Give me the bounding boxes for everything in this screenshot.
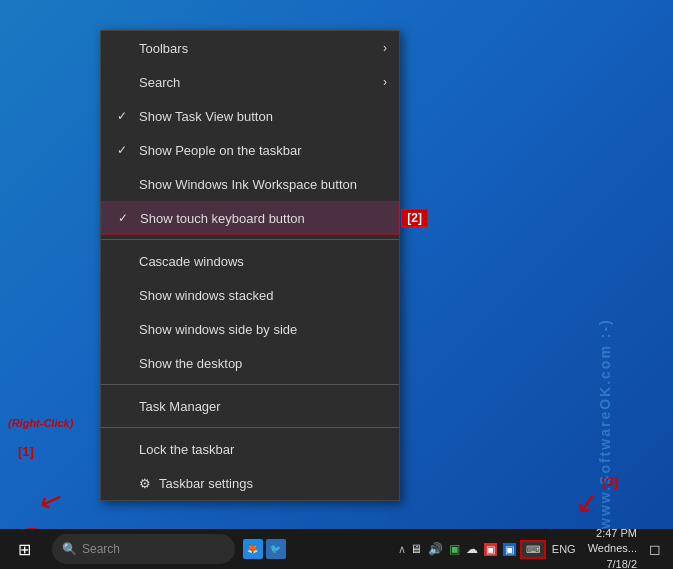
taskbar-search[interactable]: 🔍 Search xyxy=(52,534,235,564)
touch-keyboard-button[interactable]: ⌨ xyxy=(520,540,546,559)
menu-item-lock-taskbar[interactable]: Lock the taskbar xyxy=(101,432,399,466)
context-menu: Toolbars›Search›✓Show Task View button✓S… xyxy=(100,30,400,501)
arrow-right-icon: ↙ xyxy=(572,484,600,520)
menu-item-label: Search xyxy=(139,75,383,90)
clock-time: 2:47 PM xyxy=(596,526,637,541)
menu-item-task-manager[interactable]: Task Manager xyxy=(101,389,399,423)
cloud-icon[interactable]: ☁ xyxy=(466,542,478,556)
desktop: www.SoftwareOK.com :-) Toolbars›Search›✓… xyxy=(0,0,673,569)
badge-label-2: [2] xyxy=(401,209,428,227)
menu-item-show-side[interactable]: Show windows side by side xyxy=(101,312,399,346)
menu-separator xyxy=(101,427,399,428)
menu-item-cascade[interactable]: Cascade windows xyxy=(101,244,399,278)
menu-item-search[interactable]: Search› xyxy=(101,65,399,99)
menu-item-taskbar-settings[interactable]: ⚙Taskbar settings xyxy=(101,466,399,500)
menu-separator xyxy=(101,384,399,385)
menu-item-label: Lock the taskbar xyxy=(139,442,383,457)
checkmark-icon: ✓ xyxy=(118,211,136,225)
menu-item-label: Task Manager xyxy=(139,399,383,414)
menu-item-show-stacked[interactable]: Show windows stacked xyxy=(101,278,399,312)
clock-date: Wednes... xyxy=(588,541,637,556)
battery-icon[interactable]: ▣ xyxy=(449,542,460,556)
volume-icon[interactable]: 🔊 xyxy=(428,542,443,556)
tray-icon-3[interactable]: ▣ xyxy=(503,543,516,556)
gear-icon: ⚙ xyxy=(139,476,151,491)
network-icon[interactable]: 🖥 xyxy=(410,542,422,556)
system-tray-icons: 🖥 🔊 ▣ ☁ ▣ ▣ xyxy=(410,542,516,556)
annotation-label-3: [3] xyxy=(602,474,618,489)
menu-item-label: Show the desktop xyxy=(139,356,383,371)
submenu-arrow-icon: › xyxy=(383,41,387,55)
action-center-button[interactable]: ◻ xyxy=(645,529,665,569)
menu-item-label: Show windows stacked xyxy=(139,288,383,303)
taskbar-right: ∧ 🖥 🔊 ▣ ☁ ▣ ▣ ⌨ ENG 2:47 PM Wednes... 7/… xyxy=(398,526,673,569)
menu-item-label: Cascade windows xyxy=(139,254,383,269)
annotation-right-click: (Right-Click) xyxy=(8,417,73,429)
menu-item-label: Show Task View button xyxy=(139,109,383,124)
clock-date2: 7/18/2 xyxy=(606,557,637,569)
arrow-left-icon: ↙ xyxy=(35,481,68,520)
system-clock[interactable]: 2:47 PM Wednes... 7/18/2 xyxy=(588,526,637,569)
menu-item-show-desktop[interactable]: Show the desktop xyxy=(101,346,399,380)
chevron-up-icon[interactable]: ∧ xyxy=(398,543,406,556)
menu-item-label: Taskbar settings xyxy=(159,476,383,491)
menu-item-show-people[interactable]: ✓Show People on the taskbar xyxy=(101,133,399,167)
menu-separator xyxy=(101,239,399,240)
taskbar: ⊞ 🔍 Search 🦊 🐦 ∧ 🖥 🔊 ▣ ☁ ▣ xyxy=(0,529,673,569)
menu-item-label: Show Windows Ink Workspace button xyxy=(139,177,383,192)
checkmark-icon: ✓ xyxy=(117,143,135,157)
language-indicator: ENG xyxy=(552,543,576,555)
menu-item-label: Show People on the taskbar xyxy=(139,143,383,158)
tray-icon-2[interactable]: ▣ xyxy=(484,543,497,556)
menu-item-show-task-view[interactable]: ✓Show Task View button xyxy=(101,99,399,133)
watermark: www.SoftwareOK.com :-) xyxy=(597,0,613,529)
taskbar-center: 🦊 🐦 xyxy=(235,539,398,559)
start-button[interactable]: ⊞ xyxy=(0,529,48,569)
checkmark-icon: ✓ xyxy=(117,109,135,123)
menu-item-show-ink[interactable]: Show Windows Ink Workspace button xyxy=(101,167,399,201)
menu-item-toolbars[interactable]: Toolbars› xyxy=(101,31,399,65)
annotation-label-1: [1] xyxy=(18,444,34,459)
menu-item-label: Toolbars xyxy=(139,41,383,56)
menu-item-show-touch-keyboard[interactable]: ✓Show touch keyboard button[2] xyxy=(101,201,399,235)
menu-item-label: Show windows side by side xyxy=(139,322,383,337)
submenu-arrow-icon: › xyxy=(383,75,387,89)
menu-item-label: Show touch keyboard button xyxy=(140,211,382,226)
